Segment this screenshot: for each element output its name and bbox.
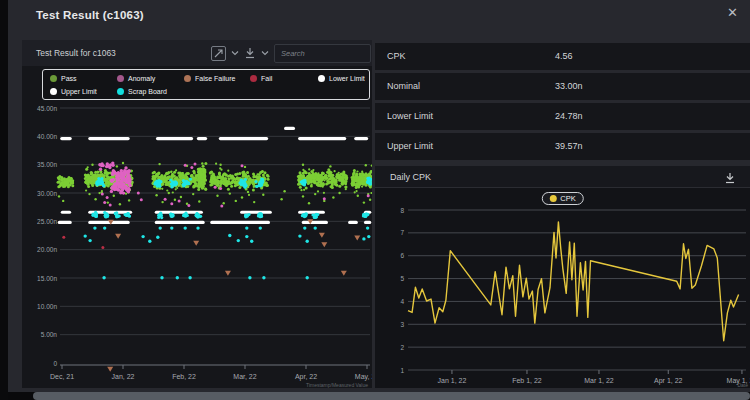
measurement-chart-panel: Test Result for c1063 xyxy=(22,40,372,388)
daily-cpk-chart[interactable]: CPK 12345678Jan 1, 22Feb 1, 22Mar 1, 22A… xyxy=(375,188,750,388)
chevron-down-icon[interactable] xyxy=(261,49,269,57)
horizontal-scrollbar[interactable] xyxy=(33,392,750,400)
legend-item-fail[interactable]: Fail xyxy=(250,72,272,85)
svg-text:45.00n: 45.00n xyxy=(37,105,57,112)
daily-cpk-line-chart: 12345678Jan 1, 22Feb 1, 22Mar 1, 22Apr 1… xyxy=(375,188,750,388)
svg-text:8: 8 xyxy=(400,207,404,214)
svg-text:1: 1 xyxy=(400,367,404,374)
series-upper-limit xyxy=(60,127,368,140)
legend-item-lower-limit[interactable]: Lower Limit xyxy=(318,72,365,85)
legend-item-upper-limit[interactable]: Upper Limit xyxy=(50,85,97,98)
legend-swatch xyxy=(184,75,191,82)
legend-swatch xyxy=(117,88,124,95)
svg-text:May, 22: May, 22 xyxy=(355,373,372,381)
svg-text:Feb, 22: Feb, 22 xyxy=(172,373,196,380)
cpk-legend-pill[interactable]: CPK xyxy=(541,192,583,205)
legend-item-scrap-board[interactable]: Scrap Board xyxy=(117,85,167,98)
stat-value: 33.00n xyxy=(555,81,583,91)
download-icon[interactable] xyxy=(244,47,256,59)
svg-text:2: 2 xyxy=(400,344,404,351)
svg-text:0: 0 xyxy=(53,360,57,367)
test-result-modal: Test Result (c1063) ✕ Test Result for c1… xyxy=(8,0,750,392)
legend-label: Fail xyxy=(261,75,272,82)
stat-row-cpk: CPK4.56 xyxy=(375,43,750,70)
stat-label: Lower Limit xyxy=(387,111,433,121)
svg-text:20.00n: 20.00n xyxy=(37,246,57,253)
stat-label: Nominal xyxy=(387,81,420,91)
cpk-legend-dot xyxy=(549,195,556,202)
svg-text:3: 3 xyxy=(400,321,404,328)
close-icon[interactable]: ✕ xyxy=(727,5,738,21)
chevron-down-icon[interactable] xyxy=(231,49,239,57)
chart-toolbar: Test Result for c1063 xyxy=(22,40,372,66)
stat-row-lower-limit: Lower Limit24.78n xyxy=(375,103,750,130)
series-fail xyxy=(62,236,104,249)
stat-label: Upper Limit xyxy=(387,141,433,151)
svg-text:Dec, 21: Dec, 21 xyxy=(50,373,74,380)
legend-label: Pass xyxy=(61,75,77,82)
lasso-select-icon[interactable] xyxy=(211,46,226,61)
search-input[interactable] xyxy=(274,44,371,63)
stat-value: 4.56 xyxy=(555,51,573,61)
legend-swatch xyxy=(250,75,257,82)
svg-text:35.00n: 35.00n xyxy=(37,161,57,168)
legend-item-false-failure[interactable]: False Failure xyxy=(184,72,235,85)
svg-text:Jan 1, 22: Jan 1, 22 xyxy=(438,377,467,384)
stats-table: CPK4.56Nominal33.00nLower Limit24.78nUpp… xyxy=(375,43,750,160)
chart-legend: PassAnomalyFalse FailureFailLower Limit … xyxy=(42,69,370,100)
series-false-failure xyxy=(107,219,360,372)
legend-label: Anomaly xyxy=(128,75,155,82)
stat-value: 39.57n xyxy=(555,141,583,151)
modal-title: Test Result (c1063) xyxy=(36,9,144,21)
legend-label: Lower Limit xyxy=(329,75,365,82)
stat-row-upper-limit: Upper Limit39.57n xyxy=(375,133,750,160)
stat-value: 24.78n xyxy=(555,111,583,121)
legend-swatch xyxy=(318,75,325,82)
legend-label: Scrap Board xyxy=(128,88,167,95)
svg-text:5: 5 xyxy=(400,275,404,282)
svg-text:Mar, 22: Mar, 22 xyxy=(233,373,256,380)
legend-swatch xyxy=(117,75,124,82)
svg-text:40.00n: 40.00n xyxy=(37,133,57,140)
svg-text:6: 6 xyxy=(400,252,404,259)
svg-text:Apr, 22: Apr, 22 xyxy=(295,373,317,381)
cpk-legend-label: CPK xyxy=(560,194,575,203)
panel-title: Test Result for c1063 xyxy=(36,48,116,58)
svg-text:Timestamp/Measured Value: Timestamp/Measured Value xyxy=(306,382,368,388)
svg-text:10.00n: 10.00n xyxy=(37,303,57,310)
legend-item-anomaly[interactable]: Anomaly xyxy=(117,72,155,85)
legend-swatch xyxy=(50,75,57,82)
svg-text:25.00n: 25.00n xyxy=(37,218,57,225)
legend-label: False Failure xyxy=(195,75,235,82)
svg-text:4: 4 xyxy=(400,298,404,305)
svg-text:15.00n: 15.00n xyxy=(37,275,57,282)
svg-text:Feb 1, 22: Feb 1, 22 xyxy=(512,377,542,384)
stats-section: CPK4.56Nominal33.00nLower Limit24.78nUpp… xyxy=(375,43,750,392)
cpk-line xyxy=(408,222,739,341)
svg-text:5.00n: 5.00n xyxy=(41,331,58,338)
svg-text:Mar 1, 22: Mar 1, 22 xyxy=(584,377,614,384)
svg-text:30.00n: 30.00n xyxy=(37,190,57,197)
legend-item-pass[interactable]: Pass xyxy=(50,72,77,85)
daily-cpk-header: Daily CPK xyxy=(375,166,750,188)
svg-text:Apr 1, 22: Apr 1, 22 xyxy=(654,377,683,385)
download-icon[interactable] xyxy=(724,170,736,188)
screen: Test Result (c1063) ✕ Test Result for c1… xyxy=(0,0,750,400)
daily-cpk-title: Daily CPK xyxy=(390,172,431,182)
svg-text:Jan, 22: Jan, 22 xyxy=(112,373,135,380)
svg-text:Date: Date xyxy=(737,382,748,388)
legend-swatch xyxy=(50,88,57,95)
stat-label: CPK xyxy=(387,51,406,61)
page-background-edge xyxy=(0,0,8,400)
stat-row-nominal: Nominal33.00n xyxy=(375,73,750,100)
svg-text:7: 7 xyxy=(400,229,404,236)
legend-label: Upper Limit xyxy=(61,88,97,95)
